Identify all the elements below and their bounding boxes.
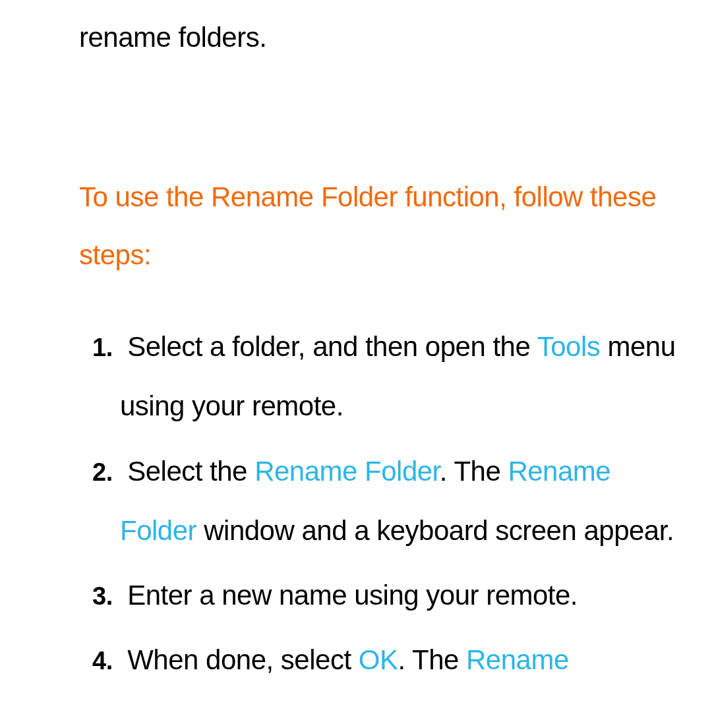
step-3: Enter a new name using your remote. [92, 566, 686, 625]
step-text: When done, select [127, 644, 359, 675]
intro-text: rename folders. [79, 20, 686, 56]
document-page: rename folders. To use the Rename Folder… [0, 0, 712, 690]
step-text: . The [440, 456, 508, 487]
instruction-heading: To use the Rename Folder function, follo… [79, 168, 686, 284]
step-text: window and a keyboard screen appear. [196, 515, 674, 546]
rename-folder-label: Rename Folder [254, 456, 440, 487]
steps-list: Select a folder, and then open the Tools… [79, 317, 686, 690]
step-text: Select a folder, and then open the [127, 331, 537, 362]
step-text: . The [398, 644, 466, 675]
step-2: Select the Rename Folder. The Rename Fol… [92, 442, 686, 561]
rename-label: Rename [466, 644, 569, 675]
step-4: When done, select OK. The Rename [92, 630, 686, 690]
tools-label: Tools [537, 331, 601, 362]
step-text: Select the [127, 456, 254, 487]
step-1: Select a folder, and then open the Tools… [92, 317, 686, 437]
ok-label: OK [359, 644, 398, 675]
step-text: Enter a new name using your remote. [127, 580, 578, 611]
